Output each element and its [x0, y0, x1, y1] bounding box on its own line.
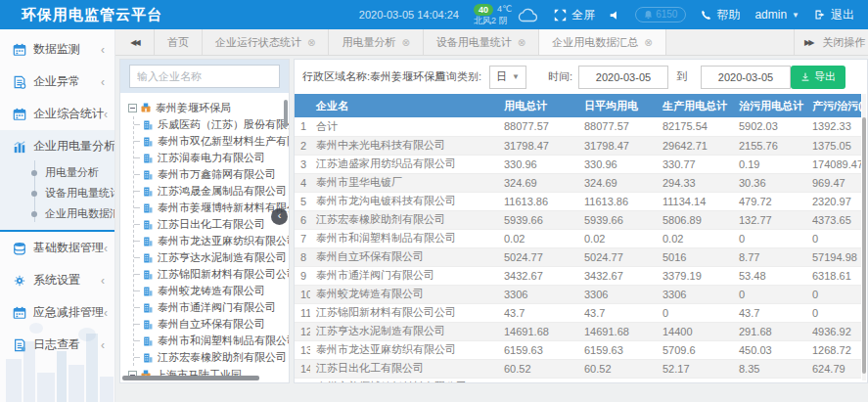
tree-connector	[134, 241, 140, 242]
value-cell: 14691.68	[498, 322, 578, 340]
mute-speaker-button[interactable]	[610, 10, 620, 21]
chevron-collapsed-icon: ‹	[104, 306, 108, 320]
table-row[interactable]: 10泰州蛟龙铸造有限公司33063306330600	[295, 285, 861, 303]
tree-item-company[interactable]: 江苏鸿晟金属制品有限公司	[134, 183, 287, 200]
value-cell: 1392.33	[806, 117, 861, 136]
sidebar-item[interactable]: 系统设置‹	[0, 264, 114, 296]
tree-connector	[134, 157, 140, 158]
value-cell: 8.77	[733, 247, 806, 266]
user-menu[interactable]: admin ▼	[754, 8, 799, 22]
value-cell: 479.72	[733, 192, 806, 210]
sidebar-item[interactable]: 企业异常‹	[0, 66, 114, 98]
date-to-input[interactable]	[701, 66, 791, 89]
tab-item[interactable]: 企业运行状态统计⊗	[203, 29, 329, 55]
value-cell: 6159.63	[578, 340, 657, 359]
table-row[interactable]: 11江苏锦阳新材料有限公司公司43.743.7043.70	[295, 303, 861, 322]
help-button[interactable]: 帮助	[701, 7, 740, 23]
building-icon	[142, 302, 154, 314]
company-name-cell: 江苏迪盛家用纺织品有限公司	[310, 155, 498, 173]
tree-item-company[interactable]: 泰州蛟龙铸造有限公司	[134, 283, 287, 299]
alarm-count-badge[interactable]: 6150	[635, 7, 686, 22]
sidebar-subitem[interactable]: 用电量分析	[0, 162, 114, 183]
tree-item-company[interactable]: 江苏日出化工有限公司	[134, 216, 287, 233]
table-row[interactable]: 13泰州市龙达亚麻纺织有限公司6159.636159.635709.6450.0…	[295, 340, 861, 359]
tab-close-icon[interactable]: ⊗	[401, 37, 409, 48]
sidebar-item[interactable]: 日志查看‹	[0, 329, 114, 361]
tree-root-node[interactable]: 泰州姜堰环保局	[128, 99, 287, 116]
value-cell: 830.04	[578, 378, 657, 383]
table-row[interactable]: 6江苏宏泰橡胶助剂有限公司5939.665939.665806.89132.77…	[295, 210, 861, 229]
enterprise-search-input[interactable]	[129, 65, 280, 88]
tree-horizontal-scrollbar[interactable]	[122, 376, 259, 380]
tree-collapse-button[interactable]: ‹	[271, 208, 288, 225]
tree-item-company[interactable]: 江苏宏泰橡胶助剂有限公司	[134, 349, 287, 366]
value-cell: 5016	[657, 247, 733, 266]
close-operations-menu[interactable]: 关闭操作	[822, 35, 865, 50]
tree-item-company[interactable]: 江苏润泰电力有限公司	[134, 150, 287, 166]
table-row[interactable]: 5泰州市龙沟电镀科技有限公司11613.8611613.8611134.1447…	[295, 192, 861, 210]
building-icon	[142, 319, 154, 331]
table-row[interactable]: 8泰州自立环保有限公司5024.775024.7750168.7757194.9…	[295, 247, 861, 266]
column-header: 企业名	[310, 94, 498, 117]
table-row[interactable]: 14江苏日出化工有限公司60.5260.5252.178.35624.79	[295, 359, 861, 378]
logout-button[interactable]: 退出	[814, 7, 854, 23]
export-button[interactable]: 导出	[791, 66, 845, 89]
table-row[interactable]: 2泰州中来光电科技有限公司31798.4731798.4729642.71215…	[295, 136, 861, 155]
sidebar-item-label: 企业用电量分析	[33, 138, 115, 155]
tree-item-company[interactable]: 泰州市和润塑料制品有限公司	[134, 333, 287, 349]
value-cell: 4893.47	[806, 378, 861, 383]
bullet-icon	[31, 170, 37, 176]
report-icon	[13, 75, 26, 89]
tree-connector	[134, 124, 140, 125]
tab-label: 首页	[167, 35, 189, 50]
table-row[interactable]: 3江苏迪盛家用纺织品有限公司330.96330.96330.770.191740…	[295, 155, 861, 173]
date-from-input[interactable]	[578, 66, 668, 89]
tab-close-icon[interactable]: ⊗	[518, 37, 525, 48]
sidebar-subitem[interactable]: 设备用电量统计	[0, 183, 114, 203]
sidebar-item[interactable]: 基础数据管理‹	[0, 232, 114, 264]
table-row[interactable]: 4泰州市里华电镀厂324.69324.69294.3330.36969.47	[295, 173, 861, 192]
value-cell: 2320.97	[806, 192, 861, 210]
app-header: 环保用电监管云平台 2020-03-05 14:04:24 40 4℃ 北风2 …	[0, 0, 868, 29]
table-scrollbar-thumb[interactable]	[862, 117, 866, 374]
table-row[interactable]: 15泰州市姜堰博特新材料有限公司830.04830.04739.4543.664…	[295, 378, 861, 383]
tree-item-company[interactable]: 泰州市龙达亚麻纺织有限公司	[134, 233, 287, 249]
tab-close-icon[interactable]: ⊗	[307, 37, 315, 48]
fullscreen-button[interactable]: 全屏	[554, 7, 595, 23]
table-row[interactable]: 12江苏亨达水泥制造有限公司14691.6814691.6814400291.6…	[295, 322, 861, 340]
query-category-select[interactable]: 日 ▼	[489, 66, 526, 89]
value-cell: 14691.68	[578, 322, 657, 340]
value-cell: 88077.57	[578, 117, 657, 136]
sidebar-item[interactable]: 企业综合统计‹	[0, 98, 114, 130]
column-header: 日平均用电	[578, 94, 657, 117]
tree-item-company[interactable]: 泰州自立环保有限公司	[134, 316, 287, 333]
sidebar-item[interactable]: 企业用电量分析∨	[0, 130, 114, 162]
tree-item-company[interactable]: 泰州市万鑫筛网有限公司	[134, 166, 287, 183]
tab-item[interactable]: 设备用电量统计⊗	[424, 29, 539, 55]
tab-active[interactable]: 企业用电数据汇总⊗	[539, 29, 665, 55]
tab-close-icon[interactable]: ⊗	[644, 37, 652, 48]
table-row[interactable]: 1合计88077.5788077.5782175.545902.031392.3…	[295, 117, 861, 136]
tree-item-company[interactable]: 泰州市姜堰博特新材料有限公司	[134, 200, 287, 216]
tabs-scroll-left-button[interactable]: ◀◀	[115, 29, 155, 55]
table-row[interactable]: 7泰州市和润塑料制品有限公司0.020.020.0200	[295, 229, 861, 247]
tree-expander-icon[interactable]	[128, 104, 137, 112]
tree-item-company[interactable]: 江苏亨达水泥制造有限公司	[134, 249, 287, 266]
sidebar-item[interactable]: 数据监测‹	[0, 33, 114, 66]
tab-actions[interactable]: ▶▶ 关闭操作	[794, 29, 868, 55]
value-cell: 31798.47	[498, 136, 578, 155]
tree-item-company[interactable]: 乐威医药（江苏）股份有限公司	[134, 116, 287, 133]
value-cell: 53.48	[733, 266, 806, 285]
tree-item-company[interactable]: 江苏锦阳新材料有限公司公司	[134, 266, 287, 283]
tree-vertical-scrollbar[interactable]	[284, 100, 288, 127]
row-number: 5	[295, 192, 310, 210]
sidebar-item[interactable]: 应急减排管理‹	[0, 296, 114, 329]
table-row[interactable]: 9泰州市通洋阀门有限公司3432.673432.673379.1953.4863…	[295, 266, 861, 285]
tree-item-company[interactable]: 泰州市通洋阀门有限公司	[134, 299, 287, 316]
tab-item[interactable]: 首页	[155, 29, 203, 55]
company-name-cell: 泰州市通洋阀门有限公司	[310, 266, 498, 285]
tab-item[interactable]: 用电量分析⊗	[329, 29, 423, 55]
building-icon	[142, 202, 154, 214]
sidebar-subitem[interactable]: 企业用电数据汇总	[0, 203, 114, 224]
tree-item-company[interactable]: 泰州市双亿新型材料生产有限公司	[134, 133, 287, 150]
